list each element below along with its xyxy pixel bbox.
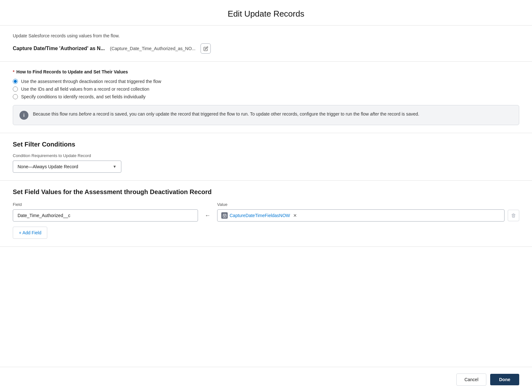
radio-option-3[interactable]: Specify conditions to identify records, … xyxy=(13,94,519,99)
record-api-name: (Capture_Date_Time_Authorized_as_NO... xyxy=(110,46,195,51)
add-field-label: + Add Field xyxy=(19,230,41,235)
field-values-title: Set Field Values for the Assessment thro… xyxy=(13,188,519,196)
radio-option-1[interactable]: Use the assessment through deactivation … xyxy=(13,79,519,84)
radio-input-3[interactable] xyxy=(13,94,18,99)
field-name-input[interactable] xyxy=(13,209,198,222)
find-records-label: * How to Find Records to Update and Set … xyxy=(13,69,519,74)
field-row-header: Field Value xyxy=(13,202,519,207)
required-star: * xyxy=(13,69,14,74)
col-value-label: Value xyxy=(217,202,519,207)
field-values-section: Set Field Values for the Assessment thro… xyxy=(0,181,532,247)
modal-header: Edit Update Records xyxy=(0,0,532,26)
info-icon: i xyxy=(19,111,28,120)
info-box: i Because this flow runs before a record… xyxy=(13,105,519,125)
record-title-row: Capture Date/Time 'Authorized' as N... (… xyxy=(13,43,519,54)
datetime-icon xyxy=(221,212,228,219)
filter-title: Set Filter Conditions xyxy=(13,141,519,148)
info-text: Because this flow runs before a record i… xyxy=(33,110,419,117)
modal-title: Edit Update Records xyxy=(13,9,519,19)
done-button[interactable]: Done xyxy=(490,374,519,385)
radio-group: Use the assessment through deactivation … xyxy=(13,79,519,99)
delete-field-button[interactable] xyxy=(508,210,519,221)
arrow-icon: ← xyxy=(198,212,217,219)
radio-input-1[interactable] xyxy=(13,79,18,84)
find-records-section: * How to Find Records to Update and Set … xyxy=(0,62,532,133)
condition-dropdown[interactable]: None—Always Update Record ▼ xyxy=(13,161,121,173)
value-col: CaptureDateTimeFieldasNOW ✕ xyxy=(217,209,519,222)
radio-input-2[interactable] xyxy=(13,87,18,92)
record-title: Capture Date/Time 'Authorized' as N... xyxy=(13,46,105,51)
radio-option-2[interactable]: Use the IDs and all field values from a … xyxy=(13,87,519,92)
chip-close-icon[interactable]: ✕ xyxy=(293,213,297,218)
svg-point-4 xyxy=(224,216,225,216)
condition-dropdown-value: None—Always Update Record xyxy=(18,164,78,169)
chevron-down-icon: ▼ xyxy=(113,164,117,169)
filter-section: Set Filter Conditions Condition Requirem… xyxy=(0,133,532,181)
cancel-button[interactable]: Cancel xyxy=(456,373,486,386)
value-chip: CaptureDateTimeFieldasNOW ✕ xyxy=(217,209,505,222)
modal-body: Update Salesforce records using values f… xyxy=(0,26,532,367)
col-field-label: Field xyxy=(13,202,198,207)
add-field-button[interactable]: + Add Field xyxy=(13,227,47,239)
condition-label: Condition Requirements to Update Record xyxy=(13,153,519,158)
chip-text: CaptureDateTimeFieldasNOW xyxy=(230,213,290,218)
modal-footer: Cancel Done xyxy=(0,367,532,392)
edit-record-button[interactable] xyxy=(201,43,211,54)
record-info-section: Update Salesforce records using values f… xyxy=(0,26,532,62)
subtitle-text: Update Salesforce records using values f… xyxy=(13,33,519,38)
field-row: ← CaptureDateTimeFieldasNOW xyxy=(13,209,519,222)
